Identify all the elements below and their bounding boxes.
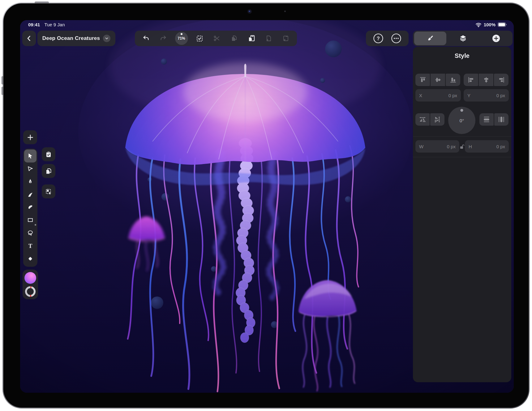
- layers-icon: [459, 34, 467, 43]
- ellipsis-icon: [391, 33, 401, 44]
- sensor-dot: [284, 11, 286, 12]
- redo-icon: [160, 35, 167, 42]
- tool-shape[interactable]: [24, 214, 36, 227]
- align-center-button[interactable]: [479, 74, 493, 86]
- paste-button[interactable]: [246, 33, 257, 44]
- distribute-horizontal-button[interactable]: [494, 113, 508, 126]
- color-dock: [23, 270, 38, 299]
- flip-vertical-icon: [433, 115, 441, 123]
- panel-tabs: [413, 31, 513, 46]
- tool-select[interactable]: [24, 149, 36, 162]
- paste-style-rail-button[interactable]: [42, 184, 55, 198]
- paste-style-cursor-icon: [45, 188, 52, 195]
- rotation-dial[interactable]: 0°: [448, 107, 475, 134]
- scissors-icon: [213, 35, 221, 42]
- paste-inside-icon: [282, 35, 290, 42]
- paste-icon: [247, 34, 255, 42]
- align-right-button[interactable]: [494, 74, 508, 86]
- help-button[interactable]: ?: [373, 33, 384, 44]
- more-button[interactable]: [391, 33, 402, 44]
- rectangle-icon: [27, 217, 34, 223]
- fill-color-swatch[interactable]: [24, 272, 36, 284]
- tool-rail: T: [23, 149, 37, 267]
- front-camera: [247, 9, 252, 14]
- paste-board-button[interactable]: [42, 147, 55, 161]
- distribute-vertical-icon: [483, 115, 491, 123]
- flip-horizontal-button[interactable]: [415, 113, 430, 126]
- document-menu[interactable]: Deep Ocean Creatures: [37, 31, 115, 46]
- y-position-field[interactable]: Y 0 px: [464, 89, 509, 102]
- flip-vertical-button[interactable]: [430, 113, 444, 126]
- text-tool-icon: T: [28, 243, 32, 249]
- align-right-icon: [498, 76, 505, 84]
- tool-lasso[interactable]: [24, 227, 36, 240]
- width-field[interactable]: W 0 px: [415, 140, 459, 153]
- tool-node-select[interactable]: [24, 162, 36, 175]
- clock: 09:41: [28, 22, 40, 27]
- cursor-icon: [27, 153, 34, 159]
- pencil-icon: [27, 191, 34, 198]
- chevron-down-icon: [103, 35, 110, 42]
- tool-pen[interactable]: [24, 175, 36, 188]
- paste-style-button[interactable]: [263, 33, 274, 44]
- add-shape-button[interactable]: [23, 130, 37, 144]
- ipad-device: 09:41 Tue 9 Jan 100%: [2, 2, 530, 409]
- clipboard-check-icon: [45, 151, 52, 158]
- shape-variant-dot: [35, 224, 36, 226]
- status-bar: 09:41 Tue 9 Jan 100%: [20, 22, 514, 29]
- undo-button[interactable]: [140, 33, 152, 44]
- tab-layers[interactable]: [446, 34, 479, 43]
- align-bottom-button[interactable]: [446, 74, 460, 86]
- assist-toolbar: ?: [366, 31, 409, 46]
- x-label: X: [419, 93, 422, 98]
- w-label: W: [419, 144, 423, 149]
- tool-brush[interactable]: [24, 201, 36, 214]
- select-all-button[interactable]: [194, 33, 205, 44]
- edit-toolbar: 71%: [135, 31, 297, 46]
- align-center-icon: [483, 76, 490, 84]
- paintbrush-icon: [426, 34, 434, 42]
- back-button[interactable]: [22, 31, 36, 46]
- align-left-button[interactable]: [464, 74, 478, 86]
- distribute-vertical-button[interactable]: [479, 113, 494, 126]
- node-cursor-icon: [27, 165, 34, 172]
- help-icon: ?: [373, 33, 384, 44]
- ipad-bezel: 09:41 Tue 9 Jan 100%: [3, 3, 529, 408]
- size-lock-toggle[interactable]: [459, 143, 466, 150]
- duplicate-button[interactable]: [42, 164, 55, 178]
- zoom-level-button[interactable]: 71%: [175, 32, 188, 45]
- plus-icon: [27, 134, 34, 141]
- undo-icon: [142, 35, 150, 42]
- x-position-field[interactable]: X 0 px: [415, 89, 461, 102]
- rotation-value: 0°: [460, 118, 464, 123]
- align-middle-icon: [434, 76, 442, 84]
- flip-group: [415, 113, 444, 126]
- align-top-button[interactable]: [415, 74, 430, 86]
- stroke-color-swatch[interactable]: [25, 286, 36, 297]
- brush-icon: [27, 204, 34, 211]
- style-panel: Style: [413, 47, 511, 382]
- divider: [413, 136, 511, 137]
- rotation-handle[interactable]: [461, 109, 463, 112]
- distribute-group: [479, 113, 508, 126]
- plus-circle-icon: [491, 34, 501, 43]
- cut-button[interactable]: [211, 33, 222, 44]
- align-left-icon: [467, 76, 475, 84]
- redo-button[interactable]: [158, 33, 169, 44]
- divider: [413, 157, 511, 157]
- paste-inside-button[interactable]: [280, 33, 291, 44]
- tab-style[interactable]: [414, 32, 446, 45]
- tool-pencil[interactable]: [24, 188, 36, 201]
- svg-text:?: ?: [377, 36, 380, 41]
- h-value: 0 px: [496, 144, 505, 149]
- chevron-left-icon: [26, 35, 32, 42]
- tool-eraser[interactable]: [24, 252, 36, 265]
- align-middle-button[interactable]: [431, 74, 445, 86]
- y-label: Y: [467, 93, 470, 98]
- height-field[interactable]: H 0 px: [465, 140, 509, 153]
- copy-button[interactable]: [229, 33, 240, 44]
- battery-icon: [498, 22, 507, 27]
- add-layer-button[interactable]: [479, 34, 513, 43]
- tool-text[interactable]: T: [24, 240, 36, 253]
- eraser-icon: [27, 255, 34, 262]
